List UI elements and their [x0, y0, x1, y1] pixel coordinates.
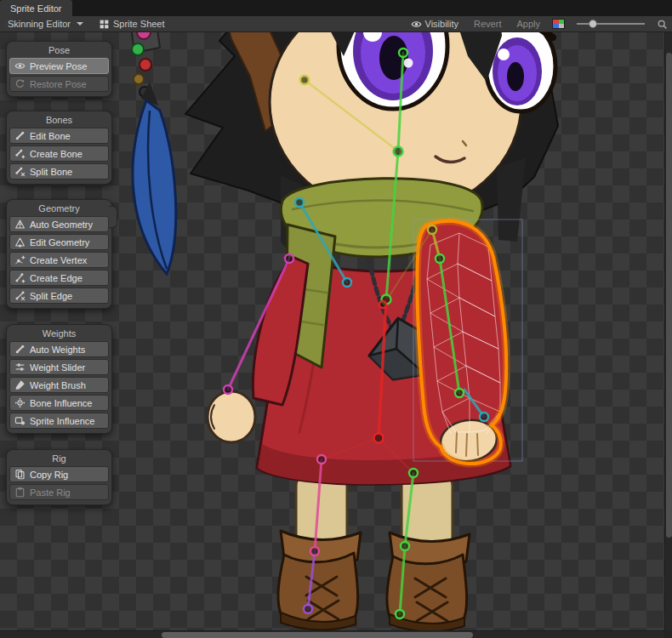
tool-button-label: Edit Bone	[30, 131, 71, 141]
tool-button-create-bone[interactable]: Create Bone	[9, 145, 109, 162]
tool-button-preview-pose[interactable]: Preview Pose	[9, 58, 109, 74]
tool-button-label: Split Bone	[30, 167, 72, 177]
mesh-edit-icon	[14, 236, 26, 248]
visibility-button[interactable]: Visibility	[407, 18, 463, 31]
tool-button-bone-influence[interactable]: Bone Influence	[9, 395, 109, 411]
alpha-slider[interactable]	[577, 18, 645, 30]
character-boots	[278, 531, 470, 630]
influence-icon	[14, 397, 26, 408]
tool-button-split-bone[interactable]: Split Bone	[9, 163, 109, 179]
bone-plus-icon	[14, 148, 26, 159]
bone-icon	[14, 344, 26, 355]
mesh-icon	[14, 219, 26, 230]
tab-sprite-editor[interactable]: Sprite Editor	[0, 0, 72, 16]
tool-button-label: Create Bone	[30, 149, 83, 159]
vertex-plus-icon	[14, 254, 26, 265]
tool-button-edit-bone[interactable]: Edit Bone	[9, 128, 109, 144]
bone-split-icon	[14, 166, 26, 177]
tool-button-weight-slider[interactable]: Weight Slider	[9, 359, 109, 375]
panel-title: Pose	[9, 45, 109, 55]
toolbar: Skinning Editor Sprite Sheet Visibility …	[0, 16, 672, 32]
tool-button-label: Create Vertex	[30, 255, 87, 265]
sprite-sheet-label: Sprite Sheet	[113, 19, 165, 29]
tool-button-label: Sprite Influence	[30, 416, 94, 426]
tool-button-sprite-influence[interactable]: Sprite Influence	[9, 413, 109, 429]
window-tab-bar: Sprite Editor	[0, 0, 672, 16]
tool-button-label: Preview Pose	[30, 61, 87, 71]
tab-label: Sprite Editor	[10, 3, 62, 14]
sprite-sheet-button[interactable]: Sprite Sheet	[95, 18, 168, 31]
tool-button-label: Paste Rig	[30, 487, 71, 498]
revert-label: Revert	[474, 19, 501, 29]
tool-button-create-vertex[interactable]: Create Vertex	[9, 252, 109, 268]
tool-button-label: Weight Brush	[30, 380, 86, 390]
eye-icon	[411, 19, 422, 30]
tool-button-auto-weights[interactable]: Auto Weights	[9, 341, 109, 357]
undo-icon	[14, 78, 26, 89]
tool-button-label: Bone Influence	[30, 398, 92, 408]
panel-rig: Rig Copy Rig Paste Rig	[6, 449, 112, 505]
selected-arm-mesh[interactable]	[417, 221, 506, 465]
apply-button[interactable]: Apply	[513, 18, 544, 30]
edge-plus-icon	[14, 272, 26, 283]
tool-button-label: Split Edge	[30, 291, 72, 301]
edge-split-icon	[14, 290, 26, 301]
color-swatch-icon[interactable]	[552, 19, 565, 29]
scrollbar-corner	[664, 630, 672, 638]
panel-title: Geometry	[9, 203, 109, 214]
panel-bones: Bones Edit Bone Create Bone Split Bone	[6, 111, 112, 185]
tool-button-label: Auto Geometry	[30, 219, 93, 230]
tool-button-label: Create Edge	[30, 273, 83, 283]
slider-track[interactable]	[577, 23, 645, 25]
sprite-sheet-icon	[99, 19, 110, 30]
slider-knob[interactable]	[589, 20, 597, 28]
revert-button[interactable]: Revert	[470, 18, 504, 30]
tool-button-label: Copy Rig	[30, 470, 68, 480]
tool-button-label: Restore Pose	[30, 79, 87, 89]
editor-mode-label: Skinning Editor	[8, 19, 71, 29]
panel-title: Bones	[9, 115, 109, 125]
tool-button-copy-rig[interactable]: Copy Rig	[9, 466, 109, 482]
sprite-influence-icon	[14, 415, 26, 426]
panel-title: Weights	[9, 328, 109, 339]
brush-icon	[14, 379, 26, 390]
panel-geometry: Geometry Auto Geometry Edit Geometry Cre…	[6, 199, 112, 309]
tool-button-weight-brush[interactable]: Weight Brush	[9, 377, 109, 393]
sprite-canvas[interactable]: Pose Preview Pose Restore Pose Bones Edi…	[0, 32, 664, 630]
vertical-scrollbar[interactable]	[664, 32, 672, 630]
editor-mode-dropdown[interactable]: Skinning Editor	[4, 18, 87, 30]
tool-button-paste-rig[interactable]: Paste Rig	[9, 484, 109, 500]
panel-pose: Pose Preview Pose Restore Pose	[6, 41, 112, 97]
copy-icon	[14, 469, 26, 480]
feather-accessory	[128, 32, 176, 274]
panel-title: Rig	[9, 453, 109, 464]
sliders-icon	[14, 362, 26, 373]
tool-button-create-edge[interactable]: Create Edge	[9, 270, 109, 286]
chevron-down-icon	[77, 22, 83, 26]
tool-button-label: Weight Slider	[30, 362, 85, 373]
tool-button-label: Edit Geometry	[30, 237, 89, 248]
tool-button-restore-pose[interactable]: Restore Pose	[9, 76, 109, 92]
horizontal-scrollbar[interactable]	[0, 630, 664, 638]
sprite-editor-window: Sprite Editor Skinning Editor Sprite She…	[0, 0, 672, 638]
panel-weights: Weights Auto Weights Weight Slider Weigh…	[6, 324, 112, 434]
eye-icon	[14, 60, 26, 71]
apply-label: Apply	[516, 19, 540, 29]
zoom-icon[interactable]	[657, 19, 668, 30]
bone-icon	[14, 130, 26, 141]
tool-button-split-edge[interactable]: Split Edge	[9, 288, 109, 304]
visibility-label: Visibility	[425, 19, 459, 29]
tool-button-edit-geometry[interactable]: Edit Geometry	[9, 234, 109, 250]
vertical-scrollbar-thumb[interactable]	[666, 53, 672, 538]
horizontal-scrollbar-thumb[interactable]	[162, 632, 473, 638]
tool-button-label: Auto Weights	[30, 345, 85, 355]
tool-button-auto-geometry[interactable]: Auto Geometry	[9, 216, 109, 232]
paste-icon	[14, 487, 26, 498]
